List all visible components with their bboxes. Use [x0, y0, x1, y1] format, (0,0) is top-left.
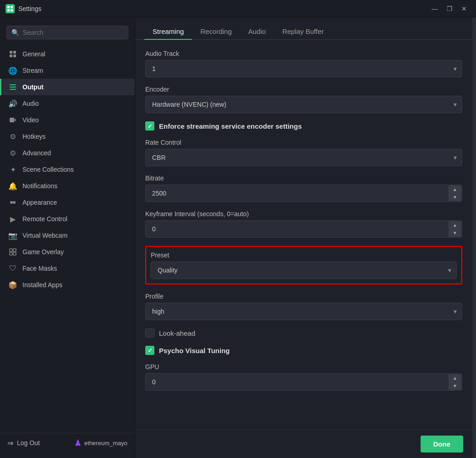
audio-track-select[interactable]: 1: [145, 60, 462, 77]
sidebar-item-hotkeys-label: Hotkeys: [22, 133, 46, 140]
sidebar-item-stream[interactable]: 🌐 Stream: [0, 62, 135, 79]
username: ethereum_mayo: [84, 440, 127, 447]
profile-select[interactable]: high: [145, 303, 462, 320]
sidebar-item-hotkeys[interactable]: ⚙ Hotkeys: [0, 128, 135, 145]
sidebar-item-scene-collections-label: Scene Collections: [22, 166, 74, 173]
keyframe-decrement[interactable]: ▼: [449, 229, 461, 237]
maximize-button[interactable]: ❐: [443, 4, 456, 14]
gpu-decrement[interactable]: ▼: [449, 382, 461, 390]
sidebar-item-notifications-label: Notifications: [22, 182, 57, 190]
notifications-icon: 🔔: [9, 182, 17, 190]
sidebar-item-installed-apps[interactable]: 📦 Installed Apps: [0, 277, 135, 293]
tab-streaming[interactable]: Streaming: [144, 24, 192, 40]
sidebar-item-game-overlay[interactable]: Game Overlay: [0, 244, 135, 260]
keyframe-input[interactable]: [145, 220, 462, 238]
encoder-select-wrapper: Hardware (NVENC) (new): [145, 96, 462, 113]
psycho-label: Psycho Visual Tuning: [159, 347, 230, 354]
twitch-icon: ♟: [74, 438, 82, 448]
sidebar-item-output[interactable]: Output: [0, 79, 135, 95]
sidebar-item-remote-control[interactable]: ▶ Remote Control: [0, 211, 135, 227]
main-layout: 🔍 General 🌐 Stream Output 🔊 Audio: [0, 17, 476, 458]
sidebar-item-general-label: General: [22, 50, 45, 58]
bitrate-input[interactable]: [145, 185, 462, 202]
keyframe-increment[interactable]: ▲: [449, 221, 461, 229]
look-ahead-checkbox-row: Look-ahead: [145, 328, 462, 338]
sidebar-item-face-masks-label: Face Masks: [22, 265, 57, 272]
scrollbar-track[interactable]: [472, 17, 476, 458]
preset-select-wrapper: Quality: [151, 262, 457, 279]
logout-label: Log Out: [17, 439, 40, 447]
close-button[interactable]: ✕: [458, 4, 471, 14]
sidebar-item-stream-label: Stream: [22, 67, 43, 74]
gpu-increment[interactable]: ▲: [449, 374, 461, 382]
title-bar-left: Settings: [5, 4, 42, 13]
bitrate-decrement[interactable]: ▼: [449, 193, 461, 201]
sidebar-item-notifications[interactable]: 🔔 Notifications: [0, 178, 135, 194]
gpu-label: GPU: [145, 363, 462, 371]
svg-rect-8: [10, 84, 16, 85]
psycho-checkbox[interactable]: ✓: [145, 346, 154, 355]
sidebar-item-virtual-webcam[interactable]: 📷 Virtual Webcam: [0, 227, 135, 244]
svg-point-13: [10, 201, 13, 204]
stream-icon: 🌐: [9, 66, 17, 75]
keyframe-spinbox-wrapper: ▲ ▼: [145, 220, 462, 238]
keyframe-group: Keyframe Interval (seconds, 0=auto) ▲ ▼: [145, 210, 462, 238]
audio-track-group: Audio Track 1: [145, 50, 462, 77]
tab-audio[interactable]: Audio: [240, 24, 274, 40]
tab-recording[interactable]: Recording: [192, 24, 240, 40]
sidebar-item-audio-label: Audio: [22, 100, 39, 107]
sidebar-item-scene-collections[interactable]: ✦ Scene Collections: [0, 161, 135, 178]
rate-control-select[interactable]: CBR: [145, 149, 462, 166]
sidebar-item-advanced[interactable]: ⚙ Advanced: [0, 145, 135, 161]
bitrate-label: Bitrate: [145, 174, 462, 182]
rate-control-label: Rate Control: [145, 139, 462, 146]
encoder-select[interactable]: Hardware (NVENC) (new): [145, 96, 462, 113]
enforce-checkbox[interactable]: ✓: [145, 121, 154, 131]
sidebar-item-face-masks[interactable]: 🛡 Face Masks: [0, 260, 135, 277]
scene-collections-icon: ✦: [9, 165, 17, 174]
preset-select[interactable]: Quality: [151, 262, 457, 279]
sidebar-item-game-overlay-label: Game Overlay: [22, 248, 64, 256]
svg-rect-10: [10, 89, 16, 90]
sidebar-item-appearance[interactable]: Appearance: [0, 194, 135, 211]
minimize-button[interactable]: —: [428, 4, 441, 14]
general-icon: [9, 50, 17, 58]
svg-marker-12: [15, 119, 16, 121]
rate-control-group: Rate Control CBR: [145, 139, 462, 166]
bitrate-spinbox-buttons: ▲ ▼: [449, 185, 461, 201]
title-bar: Settings — ❐ ✕: [0, 0, 476, 17]
look-ahead-label: Look-ahead: [159, 329, 195, 337]
video-icon: [9, 116, 17, 124]
sidebar-item-remote-control-label: Remote Control: [22, 215, 67, 223]
content-area: Streaming Recording Audio Replay Buffer …: [135, 17, 472, 458]
gpu-spinbox-wrapper: ▲ ▼: [145, 373, 462, 391]
preset-label: Preset: [151, 251, 457, 259]
tab-replay-buffer[interactable]: Replay Buffer: [274, 24, 332, 40]
search-input[interactable]: [23, 29, 123, 36]
sidebar-item-advanced-label: Advanced: [22, 149, 51, 157]
svg-rect-9: [10, 87, 16, 87]
profile-group: Profile high: [145, 293, 462, 320]
user-info: ♟ ethereum_mayo: [74, 438, 127, 448]
gpu-input[interactable]: [145, 373, 462, 391]
sidebar-item-installed-apps-label: Installed Apps: [22, 281, 62, 289]
enforce-label: Enforce streaming service encoder settin…: [159, 122, 302, 130]
sidebar-item-appearance-label: Appearance: [22, 199, 57, 206]
done-button[interactable]: Done: [421, 436, 464, 453]
svg-rect-7: [13, 55, 16, 57]
sidebar-item-general[interactable]: General: [0, 46, 135, 62]
svg-rect-17: [10, 252, 12, 255]
sidebar-item-video[interactable]: Video: [0, 112, 135, 128]
search-box[interactable]: 🔍: [6, 26, 128, 39]
look-ahead-checkbox[interactable]: [145, 328, 154, 338]
profile-select-wrapper: high: [145, 303, 462, 320]
sidebar-item-audio[interactable]: 🔊 Audio: [0, 95, 135, 112]
output-icon: [9, 83, 17, 91]
search-icon: 🔍: [11, 29, 19, 36]
advanced-icon: ⚙: [9, 149, 17, 157]
bitrate-increment[interactable]: ▲: [449, 185, 461, 193]
sidebar: 🔍 General 🌐 Stream Output 🔊 Audio: [0, 17, 135, 458]
logout-button[interactable]: ⇒ Log Out: [7, 439, 40, 447]
preset-highlight-box: Preset Quality: [145, 246, 462, 284]
svg-rect-18: [13, 252, 16, 255]
